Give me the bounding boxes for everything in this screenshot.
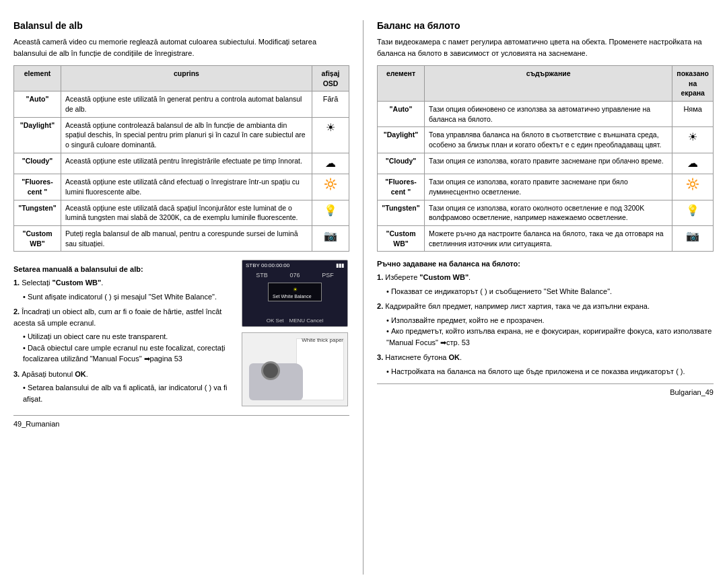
left-table-element: "Cloudy" bbox=[14, 153, 61, 174]
left-table-element: "Auto" bbox=[14, 91, 61, 117]
left-table-element: "Daylight" bbox=[14, 117, 61, 153]
footer-right-page: Bulgarian_49 bbox=[670, 388, 714, 396]
screen-menu-box: ☀ Set White Balance bbox=[268, 283, 322, 301]
left-table-osd: 💡 bbox=[312, 200, 349, 225]
right-table-content: Тази опция се използва, когато правите з… bbox=[425, 153, 672, 174]
screen-bottom-bar: OK Set MENU Cancel bbox=[242, 318, 347, 324]
left-table-osd: 🔆 bbox=[312, 174, 349, 200]
right-table-element: "Custom WB" bbox=[378, 225, 425, 251]
step-item: 3. Apăsați butonul OK.Setarea balansului… bbox=[13, 369, 235, 405]
left-table-element: "Fluores-cent " bbox=[14, 174, 61, 200]
right-table-osd: 🔆 bbox=[672, 174, 714, 200]
bullet-item: Настройката на баланса на бялото ще бъде… bbox=[386, 366, 714, 377]
left-th-osd: afișaj OSD bbox=[312, 66, 349, 91]
right-table-content: Тази опция се използва, когато околното … bbox=[425, 200, 672, 225]
right-table-element: "Cloudy" bbox=[378, 153, 425, 174]
right-manual-title: Ръчно задаване на баланса на бялото: bbox=[377, 260, 714, 268]
left-th-content: cuprins bbox=[61, 66, 312, 91]
right-table-osd: 💡 bbox=[672, 200, 714, 225]
left-table-osd: ☀ bbox=[312, 117, 349, 153]
right-footer: Bulgarian_49 bbox=[377, 383, 714, 396]
screen-battery: ▮▮▮ bbox=[336, 262, 344, 268]
right-table-element: "Auto" bbox=[378, 102, 425, 127]
left-title: Balansul de alb bbox=[13, 20, 349, 31]
left-manual-title: Setarea manuală a balansului de alb: bbox=[13, 265, 235, 273]
left-steps: 1. Selectați "Custom WB".Sunt afișate in… bbox=[13, 277, 235, 404]
screen-icon-1: STB bbox=[256, 272, 268, 279]
right-th-element: елемент bbox=[378, 66, 425, 102]
bullet-item: Dacă obiectul care umple ecranul nu este… bbox=[23, 342, 235, 365]
camera-body bbox=[249, 363, 303, 400]
left-table-element: "Custom WB" bbox=[14, 225, 61, 251]
right-table-element: "Tungsten" bbox=[378, 200, 425, 225]
bullet-item: Използвайте предмет, който не е прозраче… bbox=[386, 315, 714, 326]
screen-menu-label: Set White Balance bbox=[273, 294, 317, 299]
right-table-content: Можете ръчно да настроите баланса на бял… bbox=[425, 225, 672, 251]
camera-screen: STBY 00:00:00:00 ▮▮▮ STB 076 PSF ☀ Set W… bbox=[242, 260, 348, 327]
right-intro: Тази видеокамера с памет регулира автома… bbox=[377, 36, 714, 59]
right-table: елемент съдържание показано на екрана "A… bbox=[377, 65, 714, 252]
screen-menu-cancel: MENU Cancel bbox=[289, 318, 324, 324]
left-table-content: Această opțiune controlează balansul de … bbox=[61, 117, 312, 153]
bullet-item: Utilizați un obiect care nu este transpa… bbox=[23, 331, 235, 342]
white-paper bbox=[296, 338, 344, 400]
screen-status-bar: STBY 00:00:00:00 ▮▮▮ bbox=[242, 260, 347, 270]
bullet-item: Sunt afișate indicatorul ( ) și mesajul … bbox=[23, 291, 235, 303]
right-table-content: Това управлява баланса на бялото в съотв… bbox=[425, 127, 672, 153]
left-table-content: Această opțiune este utilizată în genera… bbox=[61, 91, 312, 117]
left-footer: 49_Rumanian bbox=[13, 415, 349, 428]
screen-wb-icon: ☀ bbox=[273, 287, 317, 293]
left-column: Balansul de alb Această cameră video cu … bbox=[13, 20, 364, 575]
left-table-content: Această opțiune este utilizată când efec… bbox=[61, 174, 312, 200]
left-intro: Această cameră video cu memorie reglează… bbox=[13, 36, 349, 59]
screen-icons-row: STB 076 PSF bbox=[242, 270, 347, 280]
right-table-element: "Daylight" bbox=[378, 127, 425, 153]
right-table-osd: ☀ bbox=[672, 127, 714, 153]
paper-label: White thick paper bbox=[302, 337, 343, 343]
screen-icon-2: 076 bbox=[289, 272, 300, 279]
page: Balansul de alb Această cameră video cu … bbox=[0, 0, 727, 588]
right-table-content: Тази опция се използва, когато правите з… bbox=[425, 174, 672, 200]
bullet-item: Setarea balansului de alb va fi aplicată… bbox=[23, 382, 235, 404]
right-th-osd: показано на екрана bbox=[672, 66, 714, 102]
left-table-content: Puteți regla balansul de alb manual, pen… bbox=[61, 225, 312, 251]
right-steps: 1. Изберете "Custom WB".Показват се инди… bbox=[377, 272, 714, 377]
left-table-content: Această opțiune este utilizată dacă spaț… bbox=[61, 200, 312, 225]
camera-images: STBY 00:00:00:00 ▮▮▮ STB 076 PSF ☀ Set W… bbox=[242, 260, 349, 408]
camera-photo: White thick paper bbox=[242, 332, 348, 406]
right-table-osd: 📷 bbox=[672, 225, 714, 251]
screen-status: STBY 00:00:00:00 bbox=[246, 262, 289, 268]
left-table-element: "Tungsten" bbox=[14, 200, 61, 225]
right-table-osd: Няма bbox=[672, 102, 714, 127]
step-item: 1. Изберете "Custom WB".Показват се инди… bbox=[377, 272, 714, 297]
step-item: 1. Selectați "Custom WB".Sunt afișate in… bbox=[13, 277, 235, 302]
left-bottom-section: Setarea manuală a balansului de alb: 1. … bbox=[13, 260, 349, 408]
step-item: 2. Кадрирайте бял предмет, например лист… bbox=[377, 301, 714, 348]
step-item: 2. Încadrați un obiect alb, cum ar fi o … bbox=[13, 306, 235, 365]
screen-center: ☀ Set White Balance bbox=[242, 280, 347, 304]
step-item: 3. Натиснете бутона OK.Настройката на ба… bbox=[377, 352, 714, 377]
left-table-osd: ☁ bbox=[312, 153, 349, 174]
left-table-content: Această opțiune este utilizată pentru în… bbox=[61, 153, 312, 174]
camera-lens-icon bbox=[261, 361, 280, 380]
left-table-osd: Fără bbox=[312, 91, 349, 117]
footer-left-page: 49_Rumanian bbox=[13, 420, 60, 428]
left-table: element cuprins afișaj OSD "Auto"Această… bbox=[13, 65, 349, 252]
right-table-osd: ☁ bbox=[672, 153, 714, 174]
left-manual-text: Setarea manuală a balansului de alb: 1. … bbox=[13, 260, 235, 408]
right-column: Баланс на бялото Тази видеокамера с паме… bbox=[364, 20, 714, 575]
left-th-element: element bbox=[14, 66, 61, 91]
screen-ok-label: OK Set bbox=[267, 318, 284, 324]
left-table-osd: 📷 bbox=[312, 225, 349, 251]
bullet-item: Показват се индикаторът ( ) и съобщениет… bbox=[386, 286, 714, 297]
right-table-content: Тази опция обикновено се използва за авт… bbox=[425, 102, 672, 127]
bullet-item: Ако предметът, който изпълва екрана, не … bbox=[386, 326, 714, 348]
right-th-content: съдържание bbox=[425, 66, 672, 102]
right-table-element: "Fluores-cent " bbox=[378, 174, 425, 200]
screen-icon-3: PSF bbox=[322, 272, 334, 279]
right-title: Баланс на бялото bbox=[377, 20, 714, 31]
